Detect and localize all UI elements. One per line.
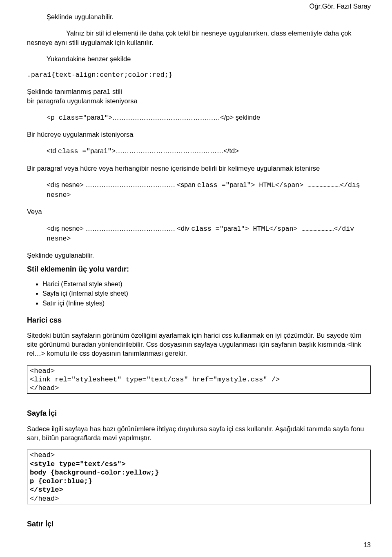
code-line: <td class ="para1">…………………………………………</td> [47,146,371,156]
paragraph: Bir paragraf veya hücre veya herhangibir… [27,164,371,173]
text: Yalnız bir stil id elementi ile daha çok… [27,29,352,46]
code-fragment: "> [107,147,116,155]
code-line: <dış nesne> …………………………………. <span class =… [47,180,371,200]
code-line: </head> [30,495,59,503]
heading-harici: Harici css [27,315,371,325]
text: <dış nesne> …………………………………. <div [47,225,191,232]
paragraph: Sitedeki bütün sayfaların görünüm özelli… [27,331,371,358]
code-line: <head> [30,451,55,459]
code-line: .para1{text-align:center;color:red;} [27,71,371,80]
code-line: <p class="para1">…………………………………………</p> şe… [47,113,371,123]
text: …………………………………………</td> [116,147,239,154]
header-author: Öğr.Gör. Fazıl Saray [310,2,371,11]
paragraph: Yalnız bir stil id elementi ile daha çok… [27,29,371,47]
heading-satir: Satır İçi [27,519,371,529]
code-line: <dış nesne> …………………………………. <div class ="… [47,224,371,244]
code-fragment: "> [104,114,112,122]
code-line: <style type="text/css"> [30,460,126,468]
text: Şeklinde tanımlanmış para1 stili [27,87,371,96]
code-fragment: <p class=" [47,114,87,122]
paragraph: Şeklinde tanımlanmış para1 stili bir par… [27,87,371,105]
list-item: Sayfa içi (Internal style sheet) [42,289,371,298]
code-line: p {color:blue;} [30,477,92,485]
text: <td [47,147,58,154]
heading-methods: Stil eklemenin üç yolu vardır: [27,264,371,274]
page-number: 13 [363,541,371,550]
heading-sayfa: Sayfa İçi [27,408,371,418]
code-line: <link rel="stylesheet" type="text/css" h… [30,376,280,383]
paragraph: Veya [27,207,371,216]
code-block: <head> <link rel="stylesheet" type="text… [27,365,371,394]
paragraph: Yukarıdakine benzer şekilde [47,54,371,63]
code-line: </head> [30,384,59,392]
code-fragment: class =" [197,181,229,189]
code-fragment: para1 [229,181,247,188]
code-line: </style> [30,486,63,494]
paragraph: Şeklinde uygulanabilir. [47,12,371,21]
text: <dış nesne> …………………………………. <span [47,181,197,188]
list-item: Satır içi (Inline styles) [42,299,371,308]
code-line: body {background-color:yellow;} [30,469,159,477]
text: bir paragrafa uygulanmak isteniyorsa [27,96,371,105]
paragraph: Sadece ilgili sayfaya has bazı görünümle… [27,424,371,443]
code-line: <head> [30,367,55,375]
code-fragment: para1 [90,147,107,154]
paragraph: Şeklinde uygulanabilir. [27,251,371,260]
list-item: Harici (External style sheet) [42,280,371,289]
code-fragment: class =" [58,147,90,155]
code-fragment: para1 [87,114,104,121]
text: …………………………………………</p> şeklinde [112,114,260,121]
bullet-list: Harici (External style sheet) Sayfa içi … [42,280,371,308]
code-block: <head> <style type="text/css"> body {bac… [27,450,371,504]
code-fragment: class =" [191,225,223,233]
paragraph: Bir hücreye uygulanmak isteniyorsa [27,130,371,139]
code-fragment: para1 [224,225,241,232]
